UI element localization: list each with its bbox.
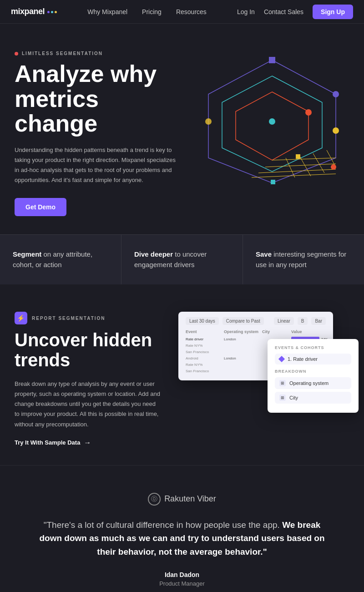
dashboard-side-panel: EVENTS & COHORTS 1. Rate driver BREAKDOW…: [268, 339, 359, 413]
feature-dive-bold: Dive deeper: [134, 250, 173, 258]
logo-dots: [47, 11, 57, 13]
testimonial-section: ⓪ Rakuten Viber "There's a lot of cultur…: [0, 465, 364, 592]
toolbar-date-btn[interactable]: Last 30 days: [186, 317, 219, 325]
th-os: Operating system: [224, 329, 260, 334]
try-sample-data-link[interactable]: Try It With Sample Data →: [15, 439, 160, 447]
th-city: City: [262, 329, 289, 334]
cell-event-3: San Francisco: [186, 350, 222, 354]
author-role: Product Manager: [27, 580, 337, 587]
rakuten-icon: ⓪: [148, 493, 161, 506]
toolbar-linear-btn[interactable]: Linear: [274, 317, 294, 325]
navbar-actions: Log In Contact Sales Sign Up: [237, 5, 353, 19]
panel-os-label: Operating system: [289, 380, 329, 386]
panel-event-item[interactable]: 1. Rate driver: [275, 354, 351, 364]
nav-resources[interactable]: Resources: [176, 8, 207, 15]
svg-line-4: [265, 164, 336, 167]
panel-breakdown-os[interactable]: ⊞ Operating system: [275, 377, 351, 389]
svg-rect-17: [296, 154, 300, 159]
th-value: Value: [291, 329, 328, 334]
cell-event-1: Rate driver: [186, 337, 222, 341]
svg-rect-11: [269, 57, 275, 63]
feature-save-bold: Save: [256, 250, 272, 258]
contact-sales-link[interactable]: Contact Sales: [264, 8, 303, 15]
logo-text: mixpanel: [11, 7, 45, 16]
svg-rect-18: [271, 180, 275, 184]
panel-event-label: 1. Rate driver: [288, 356, 318, 362]
panel-city-label: City: [289, 395, 298, 400]
feature-dive: Dive deeper to uncover engagement driver…: [121, 235, 243, 284]
os-icon: ⊞: [279, 380, 286, 386]
logo-dot-1: [47, 11, 50, 13]
get-demo-button[interactable]: Get Demo: [15, 198, 66, 216]
section2-tag-icon: ⚡: [15, 312, 27, 324]
section2-title: Uncover hidden trends: [15, 330, 160, 370]
panel-events-header: EVENTS & COHORTS: [275, 345, 351, 350]
svg-point-16: [333, 127, 339, 134]
panel-breakdown-city[interactable]: ⊞ City: [275, 392, 351, 404]
hero-graphic: [195, 51, 349, 192]
testimonial-quote: "There's a lot of cultural difference in…: [36, 518, 328, 558]
navbar: mixpanel Why Mixpanel Pricing Resources …: [0, 0, 364, 24]
hero-title: Analyze why metrics change: [15, 61, 178, 136]
section2-tag: ⚡ REPORT SEGMENTATION: [15, 312, 160, 324]
svg-point-15: [305, 109, 312, 116]
hero-content: LIMITLESS SEGMENTATION Analyze why metri…: [15, 51, 178, 216]
svg-point-12: [333, 91, 339, 97]
company-name: Rakuten Viber: [164, 494, 216, 504]
dashboard-toolbar: Last 30 days Compare to Past Linear B Ba…: [186, 317, 326, 325]
logo-dot-3: [55, 11, 57, 13]
nav-pricing[interactable]: Pricing: [142, 8, 162, 15]
hero-description: Understanding the hidden patterns beneat…: [15, 145, 178, 185]
city-icon: ⊞: [279, 395, 286, 401]
login-link[interactable]: Log In: [237, 8, 255, 15]
try-link-text: Try It With Sample Data: [15, 439, 80, 446]
rakuten-logo: ⓪ Rakuten Viber: [27, 493, 337, 506]
svg-point-14: [269, 118, 275, 125]
feature-save: Save interesting segments for use in any…: [243, 235, 364, 284]
section2: ⚡ REPORT SEGMENTATION Uncover hidden tre…: [0, 284, 364, 465]
nav-why-mixpanel[interactable]: Why Mixpanel: [87, 8, 127, 15]
feature-segment: Segment on any attribute, cohort, or act…: [0, 235, 121, 284]
nav-links: Why Mixpanel Pricing Resources: [87, 8, 207, 15]
diamond-icon: [278, 356, 285, 362]
quote-regular: "There's a lot of cultural difference in…: [44, 520, 280, 530]
hero-section: LIMITLESS SEGMENTATION Analyze why metri…: [0, 24, 364, 234]
cell-os-1: London: [224, 337, 260, 341]
svg-line-3: [272, 158, 336, 160]
cell-event-2: Rate NY%: [186, 344, 222, 348]
logo-dot-2: [51, 11, 53, 13]
try-link-arrow-icon: →: [84, 439, 91, 447]
svg-point-13: [205, 118, 212, 125]
svg-line-7: [286, 158, 295, 177]
svg-point-19: [331, 164, 336, 170]
features-bar: Segment on any attribute, cohort, or act…: [0, 234, 364, 284]
section2-description: Break down any type of analysis by any e…: [15, 379, 160, 429]
tag-dot: [15, 52, 18, 56]
toolbar-compare-btn[interactable]: Compare to Past: [222, 317, 264, 325]
panel-breakdown-header: BREAKDOWN: [275, 369, 351, 374]
hero-tag: LIMITLESS SEGMENTATION: [15, 51, 178, 56]
toolbar-bar-btn[interactable]: Bar: [311, 317, 326, 325]
logo: mixpanel: [11, 7, 57, 16]
author-name: Idan Dadon: [27, 571, 337, 578]
dashboard-mockup: Last 30 days Compare to Past Linear B Ba…: [178, 312, 349, 430]
th-event: Event: [186, 329, 222, 334]
signup-button[interactable]: Sign Up: [313, 5, 353, 19]
table-header: Event Operating system City Value: [186, 329, 326, 334]
toolbar-b-btn[interactable]: B: [298, 317, 308, 325]
svg-marker-2: [236, 92, 308, 160]
section2-tag-text: REPORT SEGMENTATION: [32, 316, 106, 321]
feature-segment-bold: Segment: [13, 250, 41, 258]
section2-content: ⚡ REPORT SEGMENTATION Uncover hidden tre…: [15, 312, 160, 446]
